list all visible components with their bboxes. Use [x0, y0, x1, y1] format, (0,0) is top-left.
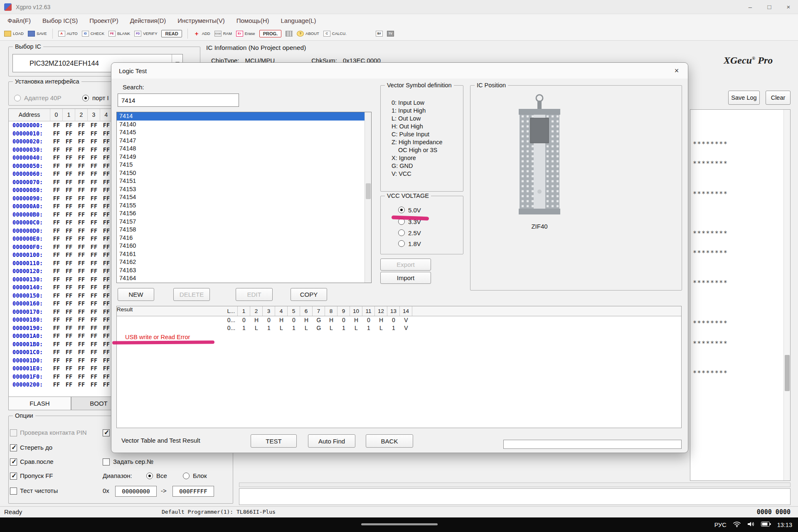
toolbar-prog-button[interactable]: PROG.: [259, 30, 281, 37]
toolbar-calcu-button[interactable]: CCALCU.: [323, 31, 347, 37]
menu-file[interactable]: Файл(F): [2, 17, 37, 24]
list-scrollbar[interactable]: [365, 112, 371, 283]
range-all-radio[interactable]: [146, 473, 153, 479]
list-scrollbar-thumb[interactable]: [366, 183, 371, 199]
toolbar-check-button[interactable]: IDCHECK: [82, 31, 104, 37]
adapter-radio[interactable]: [14, 95, 21, 101]
log-scrollbar[interactable]: [783, 110, 790, 480]
ic-list-item[interactable]: 7414: [117, 112, 371, 121]
toolbar-about-button[interactable]: ?ABOUT: [297, 31, 319, 37]
ic-list-item[interactable]: 74162: [117, 258, 371, 266]
hex-address: 000000F0:: [9, 243, 50, 251]
range-from-input[interactable]: [115, 486, 157, 497]
log-scrollbar-thumb[interactable]: [785, 355, 790, 391]
partial-checkbox[interactable]: [103, 429, 110, 436]
delete-button[interactable]: DELETE: [173, 288, 210, 301]
toolbar-tv-icon-button[interactable]: TV: [387, 31, 394, 37]
ic-list-item[interactable]: 74140: [117, 121, 371, 129]
minimize-button[interactable]: –: [741, 0, 760, 14]
menu-tools[interactable]: Инструменты(V): [172, 17, 231, 24]
erase-before-checkbox[interactable]: [10, 444, 17, 451]
serial-checkbox[interactable]: [103, 458, 110, 466]
menu-select-ic[interactable]: Выбор IC(S): [37, 17, 84, 24]
export-button[interactable]: Export: [380, 259, 431, 271]
battery-icon[interactable]: [761, 521, 771, 528]
toolbar-stripes-icon-button[interactable]: [286, 31, 293, 37]
edit-button[interactable]: EDIT: [236, 288, 273, 301]
menu-help[interactable]: Помощь(H): [231, 17, 275, 24]
hex-byte: FF: [63, 373, 75, 381]
ic-list-item[interactable]: 74153: [117, 185, 371, 194]
ic-list[interactable]: 7414741407414574147741487414974157415074…: [116, 112, 372, 283]
toolbar-blank-button[interactable]: FEBLANK: [108, 31, 130, 37]
dialog-close-icon[interactable]: ×: [669, 64, 685, 77]
ic-list-item[interactable]: 74157: [117, 218, 371, 226]
menu-language[interactable]: Language(L): [275, 17, 322, 24]
hex-byte: FF: [75, 340, 88, 349]
toolbar-erase-button[interactable]: ErErase: [236, 31, 255, 37]
volume-icon[interactable]: [747, 521, 755, 528]
menu-actions[interactable]: Действия(D): [124, 17, 172, 24]
hex-byte: FF: [50, 195, 63, 203]
toolbar-ram-button[interactable]: RAMRAM: [214, 31, 232, 37]
ic-list-item[interactable]: 74160: [117, 242, 371, 250]
hex-byte: FF: [63, 332, 75, 340]
test-button[interactable]: TEST: [251, 434, 297, 448]
toolbar-load-button[interactable]: LOAD: [4, 31, 24, 37]
ic-list-item[interactable]: 74156: [117, 209, 371, 218]
tab-flash[interactable]: FLASH: [8, 397, 71, 410]
toolbar-save-button[interactable]: SAVE: [28, 31, 47, 37]
toolbar-verify-button[interactable]: FDVERIFY: [134, 31, 157, 37]
ic-position-group: IC Position ZIF40: [470, 85, 682, 291]
wifi-icon[interactable]: [733, 521, 741, 529]
ic-list-item[interactable]: 74147: [117, 137, 371, 145]
toolbar-add-button[interactable]: +ADD: [193, 31, 210, 37]
ic-list-item[interactable]: 74149: [117, 153, 371, 161]
ic-list-item[interactable]: 74161: [117, 250, 371, 259]
ic-list-item[interactable]: 74165: [117, 283, 371, 283]
vcc-option-18v[interactable]: 1.8V: [398, 240, 421, 247]
vcc-option-50v[interactable]: 5.0V: [398, 206, 421, 214]
result-header-cell: Result: [117, 306, 225, 316]
purity-test-checkbox[interactable]: [10, 488, 17, 495]
ic-list-item[interactable]: 74151: [117, 177, 371, 185]
ic-list-item[interactable]: 74148: [117, 145, 371, 153]
ic-list-item[interactable]: 7415: [117, 161, 371, 169]
ic-list-item[interactable]: 74150: [117, 169, 371, 177]
port-radio[interactable]: [82, 95, 89, 101]
dialog-title-bar[interactable]: Logic Test: [111, 63, 688, 79]
ic-list-item[interactable]: 74155: [117, 202, 371, 210]
menu-project[interactable]: Проект(P): [84, 17, 124, 24]
close-button[interactable]: ×: [779, 0, 798, 14]
auto-find-button[interactable]: Auto Find: [308, 434, 355, 448]
toolbar-read-button[interactable]: READ: [161, 30, 182, 37]
clear-button[interactable]: Clear: [766, 91, 791, 105]
import-button[interactable]: Import: [380, 272, 431, 284]
hex-byte: FF: [88, 365, 100, 373]
vcc-option-25v[interactable]: 2.5V: [398, 229, 421, 236]
ic-list-item[interactable]: 74158: [117, 226, 371, 234]
language-indicator[interactable]: РУС: [714, 522, 727, 528]
copy-button[interactable]: COPY: [291, 288, 327, 301]
pin-check-checkbox[interactable]: [10, 429, 17, 436]
ic-list-item[interactable]: 74163: [117, 266, 371, 275]
new-button[interactable]: NEW: [118, 288, 154, 301]
horizontal-scrollbar[interactable]: [239, 483, 791, 487]
taskbar-pill[interactable]: [361, 523, 438, 525]
toolbar-serial-icon-button[interactable]: B#: [376, 31, 383, 37]
skip-ff-checkbox[interactable]: [10, 473, 17, 480]
ic-list-item[interactable]: 74154: [117, 193, 371, 202]
toolbar-auto-button[interactable]: AAUTO: [58, 31, 78, 37]
range-block-radio[interactable]: [183, 473, 190, 479]
ic-list-item[interactable]: 7416: [117, 234, 371, 242]
verify-after-checkbox[interactable]: [10, 458, 17, 466]
hex-byte: FF: [50, 267, 63, 276]
maximize-button[interactable]: □: [760, 0, 779, 14]
save-log-button[interactable]: Save Log: [728, 91, 760, 105]
back-button[interactable]: BACK: [366, 434, 413, 448]
range-to-input[interactable]: [172, 486, 214, 497]
ic-list-item[interactable]: 74164: [117, 274, 371, 283]
search-input[interactable]: [118, 94, 239, 107]
ic-list-item[interactable]: 74145: [117, 128, 371, 137]
clock[interactable]: 13:13: [777, 522, 792, 528]
